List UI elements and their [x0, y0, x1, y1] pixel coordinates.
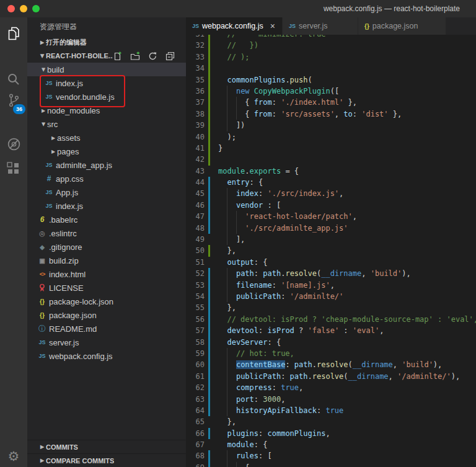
git-modified-gutter: [208, 177, 210, 188]
line-number: 63: [186, 394, 205, 405]
tree-item-index-html[interactable]: <>index.html: [27, 267, 186, 281]
code-line-36[interactable]: 36 new CopyWebpackPlugin([: [186, 86, 476, 97]
tab-package-json[interactable]: {} package.json: [358, 17, 446, 35]
code-line-33[interactable]: 33 // );: [186, 51, 476, 63]
tree-item--babelrc[interactable]: 6.babelrc: [27, 213, 186, 226]
extensions-icon[interactable]: [0, 158, 27, 180]
code-line-57[interactable]: 57 devtool: isProd ? 'false' : 'eval',: [186, 325, 476, 336]
tree-item-package-json[interactable]: {}package.json: [27, 308, 186, 322]
code-line-35[interactable]: 35 commonPlugins.push(: [186, 74, 476, 86]
code-line-37[interactable]: 37 { from: './index.html' },: [186, 97, 476, 108]
code-line-49[interactable]: 49 ],: [186, 234, 476, 245]
code-line-40[interactable]: 40 );: [186, 131, 476, 143]
tree-item-license[interactable]: LICENSE: [27, 281, 186, 295]
code-line-41[interactable]: 41}: [186, 143, 476, 154]
commits-section[interactable]: ▶ COMMITS: [27, 440, 186, 453]
close-tab-icon[interactable]: ×: [270, 22, 275, 30]
collapse-all-icon[interactable]: [165, 51, 175, 61]
chevron-down-icon: ▶: [41, 120, 46, 128]
search-icon[interactable]: [0, 68, 27, 91]
minimize-window-button[interactable]: [20, 5, 27, 12]
code-line-58[interactable]: 58 devServer: {: [186, 337, 476, 348]
tree-item-build[interactable]: ▶build: [27, 63, 186, 76]
tab-webpack-config[interactable]: JS webpack.config.js ×: [186, 17, 283, 35]
code-line-64[interactable]: 64 historyApiFallback: true: [186, 405, 476, 416]
js-file-icon: JS: [44, 94, 54, 100]
code-line-54[interactable]: 54 publicPath: '/adminlte/': [186, 291, 476, 302]
line-number: 50: [186, 245, 205, 256]
code-line-63[interactable]: 63 port: 3000,: [186, 394, 476, 405]
tree-item-server-js[interactable]: JSserver.js: [27, 336, 186, 349]
code-text: path: path.resolve(__dirname, 'build'),: [218, 268, 411, 279]
code-line-67[interactable]: 67 module: {: [186, 439, 476, 450]
line-number: 66: [186, 428, 205, 439]
tree-item-build-zip[interactable]: ▣build.zip: [27, 254, 186, 267]
code-line-52[interactable]: 52 path: path.resolve(__dirname, 'build'…: [186, 268, 476, 279]
tree-item--gitignore[interactable]: ◆.gitignore: [27, 240, 186, 254]
git-added-gutter: [208, 97, 210, 108]
code-line-32[interactable]: 32 // }): [186, 40, 476, 51]
code-line-31[interactable]: 31 // minimizer: true: [186, 35, 476, 40]
source-control-icon[interactable]: 36: [0, 89, 27, 112]
maximize-window-button[interactable]: [32, 5, 40, 12]
line-number: 48: [186, 223, 205, 234]
code-line-60[interactable]: 60 contentBase: path.resolve(__dirname, …: [186, 359, 476, 370]
new-file-icon[interactable]: [113, 51, 122, 61]
code-line-44[interactable]: 44 entry: {: [186, 177, 476, 188]
debug-disabled-icon[interactable]: [0, 133, 27, 155]
code-line-66[interactable]: 66 plugins: commonPlugins,: [186, 428, 476, 439]
file-name: LICENSE: [49, 283, 84, 293]
compare-commits-section[interactable]: ▶ COMPARE COMMITS: [27, 453, 186, 467]
code-line-47[interactable]: 47 'react-hot-loader/patch',: [186, 211, 476, 222]
code-line-48[interactable]: 48 './src/adminlte_app.js': [186, 223, 476, 234]
explorer-icon[interactable]: [0, 22, 27, 45]
refresh-icon[interactable]: [148, 51, 157, 61]
open-editors-section[interactable]: ▶ 打开的编辑器: [27, 35, 186, 49]
project-section[interactable]: ▶ REACT-HOT-BOILE...: [27, 49, 186, 63]
code-line-65[interactable]: 65 },: [186, 416, 476, 427]
code-line-50[interactable]: 50 },: [186, 245, 476, 256]
code-line-46[interactable]: 46 vendor : [: [186, 200, 476, 211]
code-line-53[interactable]: 53 filename: '[name].js',: [186, 280, 476, 291]
tree-item-vendor-bundle-js[interactable]: JSvendor.bundle.js: [27, 90, 186, 104]
code-line-62[interactable]: 62 compress: true,: [186, 382, 476, 393]
tree-item-node-modules[interactable]: ▶node_modules: [27, 104, 186, 117]
code-line-51[interactable]: 51 output: {: [186, 257, 476, 268]
code-line-34[interactable]: 34: [186, 63, 476, 74]
line-number: 60: [186, 359, 205, 370]
close-window-button[interactable]: [7, 5, 15, 12]
code-text: ],: [218, 234, 245, 245]
code-text: },: [218, 416, 236, 427]
tree-item-package-lock-json[interactable]: {}package-lock.json: [27, 295, 186, 308]
code-line-45[interactable]: 45 index: './src/index.js',: [186, 188, 476, 199]
tree-item-assets[interactable]: ▶assets: [27, 131, 186, 145]
code-line-61[interactable]: 61 publicPath: path.resolve(__dirname, '…: [186, 371, 476, 382]
code-line-69[interactable]: 69 {: [186, 462, 476, 467]
line-number: 45: [186, 188, 205, 199]
code-line-43[interactable]: 43module.exports = {: [186, 166, 476, 177]
tree-item-readme-md[interactable]: ⓘREADME.md: [27, 322, 186, 336]
code-line-42[interactable]: 42: [186, 154, 476, 165]
tree-item-webpack-config-js[interactable]: JSwebpack.config.js: [27, 349, 186, 363]
tree-item-src[interactable]: ▶src: [27, 117, 186, 131]
tree-item-app-js[interactable]: JSApp.js: [27, 185, 186, 199]
tree-item-index-js[interactable]: JSindex.js: [27, 76, 186, 90]
tab-server-js[interactable]: JS server.js: [283, 17, 358, 35]
code-line-59[interactable]: 59 // hot: true,: [186, 348, 476, 359]
tree-item-adminlte-app-js[interactable]: JSadminlte_app.js: [27, 158, 186, 172]
code-line-38[interactable]: 38 { from: 'src/assets', to: 'dist' },: [186, 109, 476, 120]
settings-gear-icon[interactable]: ⚙: [0, 445, 27, 467]
gutter: [208, 166, 210, 177]
line-number: 69: [186, 462, 205, 467]
tree-item--eslintrc[interactable]: ◎.eslintrc: [27, 226, 186, 240]
new-folder-icon[interactable]: [130, 51, 140, 61]
git-modified-gutter: [208, 462, 210, 467]
code-line-39[interactable]: 39 ]): [186, 120, 476, 131]
tree-item-pages[interactable]: ▶pages: [27, 145, 186, 158]
code-editor[interactable]: 31 // minimizer: true32 // })33 // );343…: [186, 35, 476, 467]
code-line-68[interactable]: 68 rules: [: [186, 450, 476, 461]
tree-item-app-css[interactable]: #app.css: [27, 172, 186, 185]
tree-item-index-js[interactable]: JSindex.js: [27, 199, 186, 213]
code-line-55[interactable]: 55 },: [186, 302, 476, 313]
code-line-56[interactable]: 56 // devtool: isProd ? 'cheap-module-so…: [186, 314, 476, 325]
